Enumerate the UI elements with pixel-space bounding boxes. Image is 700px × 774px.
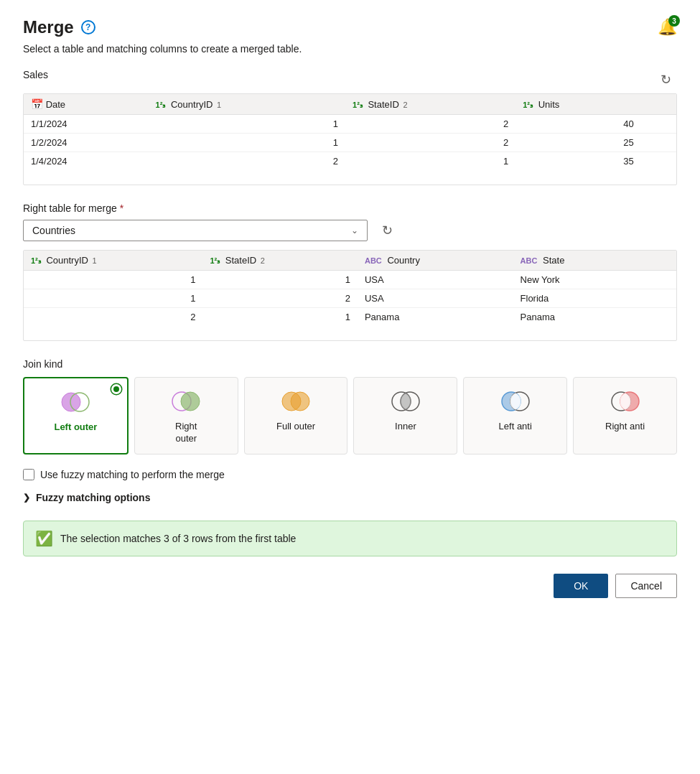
join-card-left-anti-label: Left anti (499, 421, 532, 433)
sales-label: Sales (23, 69, 48, 80)
fuzzy-checkbox-label[interactable]: Use fuzzy matching to perform the merge (40, 469, 225, 480)
countries-col-country: ABC Country (358, 251, 513, 271)
countries-table: 1²₃ CountryID 1 1²₃ StateID 2 ABC Countr… (23, 250, 677, 341)
fuzzy-options-toggle[interactable]: ❯ Fuzzy matching options (23, 492, 677, 503)
dialog-header: Merge ? 🔔 3 (23, 17, 677, 37)
cell-units: 25 (515, 134, 641, 152)
cell-country: Panama (358, 308, 513, 327)
fuzzy-checkbox-row: Use fuzzy matching to perform the merge (23, 469, 677, 480)
join-card-left-outer[interactable]: Left outer (23, 377, 129, 454)
cell-units: 35 (515, 152, 641, 171)
notification-badge: 3 (668, 15, 680, 27)
cell-countryid: 2 (24, 308, 202, 327)
right-table-refresh-button[interactable]: ↻ (376, 220, 398, 241)
page-title: Merge (23, 17, 74, 37)
sales-col-date: 📅 Date (24, 94, 149, 115)
sales-col-units: 1²₃ Units (515, 94, 641, 115)
cell-countryid: 1 (24, 289, 202, 308)
inner-svg (388, 390, 423, 413)
table-row: 1/2/2024 1 2 25 (24, 134, 676, 152)
cell-empty (641, 115, 676, 134)
right-table-dropdown[interactable]: Countries ⌄ (23, 220, 368, 241)
cell-empty (644, 289, 676, 308)
join-card-full-outer[interactable]: Full outer (244, 377, 348, 454)
cell-state: Florida (513, 289, 645, 308)
notification-icon[interactable]: 🔔 3 (658, 18, 677, 37)
right-table-label: Right table for merge * (23, 202, 677, 214)
cell-state: Panama (513, 308, 645, 327)
fuzzy-options-label: Fuzzy matching options (36, 492, 150, 503)
cell-stateid: 2 (345, 134, 515, 152)
cell-stateid: 2 (202, 289, 358, 308)
cell-country: USA (358, 271, 513, 289)
selected-indicator (111, 384, 121, 394)
cell-countryid: 1 (24, 271, 202, 289)
title-group: Merge ? (23, 17, 95, 37)
join-card-full-outer-label: Full outer (276, 421, 315, 433)
right-anti-icon (608, 388, 643, 415)
sales-col-empty (641, 94, 676, 115)
svg-point-5 (291, 392, 309, 411)
join-kind-label: Join kind (23, 358, 677, 370)
sales-data-table: 📅 Date 1²₃ CountryID 1 1²₃ StateID 2 1²₃… (24, 94, 676, 170)
required-star: * (120, 202, 123, 214)
left-anti-svg (498, 390, 533, 413)
dropdown-row: Countries ⌄ ↻ (23, 220, 677, 241)
cell-stateid: 2 (345, 115, 515, 134)
countries-col-state: ABC State (513, 251, 645, 271)
join-card-left-outer-label: Left outer (54, 421, 97, 434)
join-card-inner[interactable]: Inner (353, 377, 457, 454)
join-card-inner-label: Inner (395, 421, 416, 433)
cancel-button[interactable]: Cancel (615, 574, 677, 598)
countries-col-empty (644, 251, 676, 271)
success-banner: ✅ The selection matches 3 of 3 rows from… (23, 521, 677, 556)
ok-button[interactable]: OK (554, 574, 608, 598)
cell-stateid: 1 (345, 152, 515, 171)
table-row: 1 1 USA New York (24, 271, 676, 289)
dropdown-value: Countries (32, 225, 75, 236)
join-kind-options: Left outer Rightouter Full outer (23, 377, 677, 454)
sales-refresh-button[interactable]: ↻ (655, 69, 677, 90)
cell-date: 1/1/2024 (24, 115, 149, 134)
join-card-right-outer[interactable]: Rightouter (134, 377, 238, 454)
left-anti-icon (498, 388, 533, 415)
right-outer-icon (169, 388, 203, 415)
cell-empty (641, 152, 676, 171)
cell-countryid: 1 (149, 115, 346, 134)
cell-date: 1/4/2024 (24, 152, 149, 171)
cell-state: New York (513, 271, 645, 289)
table-row: 1/1/2024 1 2 40 (24, 115, 676, 134)
full-outer-icon (279, 388, 313, 415)
join-card-left-anti[interactable]: Left anti (463, 377, 567, 454)
table-row: 1 2 USA Florida (24, 289, 676, 308)
table-spacer (24, 326, 676, 340)
sales-header-row: 📅 Date 1²₃ CountryID 1 1²₃ StateID 2 1²₃… (24, 94, 676, 115)
table-row: 2 1 Panama Panama (24, 308, 676, 327)
countries-data-table: 1²₃ CountryID 1 1²₃ StateID 2 ABC Countr… (24, 251, 676, 326)
footer-buttons: OK Cancel (23, 574, 677, 598)
cell-units: 40 (515, 115, 641, 134)
countries-col-stateid: 1²₃ StateID 2 (202, 251, 358, 271)
success-check-icon: ✅ (35, 530, 53, 547)
right-table-section: Right table for merge * Countries ⌄ ↻ (23, 202, 677, 241)
cell-countryid: 1 (149, 134, 346, 152)
sales-section-header: Sales ↻ (23, 69, 677, 90)
chevron-right-icon: ❯ (23, 493, 30, 503)
svg-point-0 (62, 393, 80, 411)
fuzzy-checkbox[interactable] (23, 469, 34, 480)
cell-stateid: 1 (202, 308, 358, 327)
full-outer-svg (279, 390, 313, 413)
countries-header-row: 1²₃ CountryID 1 1²₃ StateID 2 ABC Countr… (24, 251, 676, 271)
cell-date: 1/2/2024 (24, 134, 149, 152)
join-card-right-anti[interactable]: Right anti (573, 377, 677, 454)
inner-icon (388, 388, 423, 415)
table-row: 1/4/2024 2 1 35 (24, 152, 676, 171)
cell-empty (644, 308, 676, 327)
help-icon[interactable]: ? (81, 20, 95, 34)
left-outer-icon (58, 388, 93, 416)
join-card-right-outer-label: Rightouter (175, 421, 197, 445)
sales-col-stateid: 1²₃ StateID 2 (345, 94, 515, 115)
chevron-down-icon: ⌄ (351, 225, 358, 236)
table-spacer (24, 170, 676, 185)
cell-country: USA (358, 289, 513, 308)
